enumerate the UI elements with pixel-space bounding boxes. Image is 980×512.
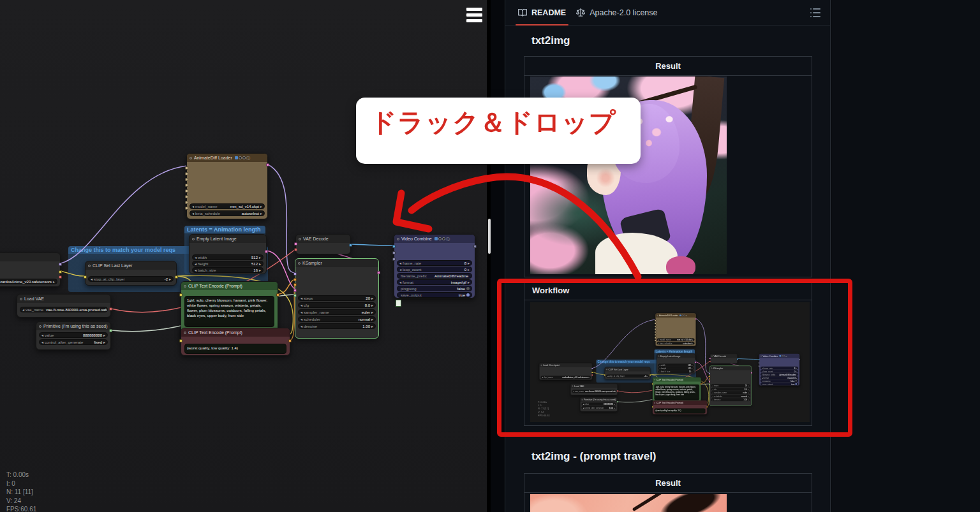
decrement-arrow-icon[interactable]: ◂: [658, 342, 660, 344]
scrollbar-thumb[interactable]: [488, 219, 491, 254]
node-primitive-seed[interactable]: Primitive (I'm using this as seed)◂value…: [580, 397, 618, 412]
input-port[interactable]: [709, 360, 711, 362]
node-collapse-dot[interactable]: [606, 369, 607, 370]
decrement-arrow-icon[interactable]: ◂: [713, 395, 714, 397]
input-port[interactable]: [652, 383, 654, 385]
input-port[interactable]: [179, 293, 182, 296]
widget-frame_rate[interactable]: ◂frame_rate8▸: [761, 367, 798, 370]
widget-stop_at_clip_layer[interactable]: ◂stop_at_clip_layer-2▸: [606, 375, 649, 378]
widget-control_after_generate[interactable]: ◂control_after_generatefixed▸: [39, 339, 108, 345]
widget-scheduler[interactable]: ◂schedulernormal▸: [711, 395, 750, 398]
increment-arrow-icon[interactable]: ▸: [748, 388, 749, 390]
decrement-arrow-icon[interactable]: ◂: [192, 212, 194, 216]
increment-arrow-icon[interactable]: ▸: [260, 205, 262, 208]
input-port[interactable]: [293, 283, 297, 286]
widget-width[interactable]: ◂width512▸: [658, 364, 694, 367]
node-load-vae[interactable]: Load VAE◂vae_namevae-ft-mse-840000-ema-p…: [570, 384, 618, 396]
increment-arrow-icon[interactable]: ▸: [692, 339, 694, 340]
node-primitive-seed[interactable]: Primitive (I'm using this as seed)◂value…: [36, 321, 111, 350]
input-port[interactable]: [293, 278, 297, 281]
input-port[interactable]: [655, 331, 657, 333]
node-vae-decode[interactable]: VAE Decode: [710, 354, 738, 364]
input-port[interactable]: [185, 195, 188, 198]
input-port[interactable]: [655, 323, 657, 325]
node-collapse-dot[interactable]: [39, 325, 41, 328]
input-port[interactable]: [293, 272, 297, 275]
widget-model_name[interactable]: ◂model_namemm_sd_v14.ckpt▸: [189, 203, 265, 209]
increment-arrow-icon[interactable]: ▸: [796, 377, 797, 379]
widget-steps[interactable]: ◂steps20▸: [711, 384, 750, 388]
widget-scheduler[interactable]: ◂schedulernormal▸: [298, 316, 376, 322]
node-clip-text-encode-negative[interactable]: CLIP Text Encode (Prompt)(worst quality,…: [181, 328, 290, 356]
increment-arrow-icon[interactable]: ▸: [259, 268, 261, 272]
decrement-arrow-icon[interactable]: ◂: [542, 376, 544, 378]
node-animatediff-loader[interactable]: AnimateDiff Loaderⓘ◂model_namemm_sd_v14.…: [186, 153, 268, 219]
output-port[interactable]: [591, 374, 593, 376]
output-port[interactable]: [109, 329, 112, 332]
workflow-image[interactable]: Change this to match your model reqsLate…: [530, 302, 810, 422]
toggle-off-icon[interactable]: [466, 287, 470, 290]
widget-batch_size[interactable]: ◂batch_size16▸: [192, 267, 264, 273]
output-port[interactable]: [349, 244, 352, 247]
input-port[interactable]: [185, 172, 188, 175]
input-port[interactable]: [185, 184, 188, 187]
increment-arrow-icon[interactable]: ▸: [371, 325, 373, 328]
increment-arrow-icon[interactable]: ▸: [468, 281, 470, 284]
increment-arrow-icon[interactable]: ▸: [588, 376, 590, 378]
node-collapse-dot[interactable]: [572, 385, 574, 386]
widget-width[interactable]: ◂width512▸: [192, 254, 264, 260]
node-collapse-dot[interactable]: [761, 355, 762, 356]
input-port[interactable]: [84, 275, 87, 279]
widget-format[interactable]: ◂formatimage/gif▸: [761, 376, 798, 379]
node-collapse-dot[interactable]: [654, 402, 655, 404]
output-port[interactable]: [288, 339, 292, 342]
decrement-arrow-icon[interactable]: ◂: [41, 340, 43, 344]
output-port[interactable]: [617, 401, 619, 403]
widget-vae_name[interactable]: ◂vae_namevae-ft-mse-840000-ema-pruned.sa…: [572, 390, 616, 393]
input-port[interactable]: [655, 340, 657, 342]
increment-arrow-icon[interactable]: ▸: [646, 375, 648, 377]
widget-model_name[interactable]: ◂model_namemm_sd_v14.ckpt▸: [657, 339, 695, 342]
tab-license[interactable]: Apache-2.0 license: [571, 0, 662, 26]
decrement-arrow-icon[interactable]: ◂: [658, 339, 660, 340]
toggle-off-icon[interactable]: [796, 380, 798, 382]
widget-ckpt_name[interactable]: ◂ckpt_namecardosAnime_v20.safetensors▸: [541, 376, 591, 379]
increment-arrow-icon[interactable]: ▸: [259, 256, 261, 260]
output-port[interactable]: [59, 275, 62, 279]
widget-vae_name[interactable]: ◂vae_namevae-ft-mse-840000-ema-pruned.sa…: [20, 307, 108, 312]
widget-loop_count[interactable]: ◂loop_count0▸: [397, 267, 472, 272]
input-port[interactable]: [293, 294, 297, 297]
widget-value[interactable]: ◂value888888888▸: [39, 332, 108, 338]
decrement-arrow-icon[interactable]: ◂: [583, 407, 584, 409]
increment-arrow-icon[interactable]: ▸: [796, 370, 797, 372]
input-port[interactable]: [294, 242, 297, 245]
widget-denoise[interactable]: ◂denoise1.00▸: [711, 399, 750, 402]
decrement-arrow-icon[interactable]: ◂: [192, 205, 194, 208]
increment-arrow-icon[interactable]: ▸: [259, 262, 261, 266]
output-port[interactable]: [695, 318, 697, 320]
node-collapse-dot[interactable]: [184, 285, 186, 288]
decrement-arrow-icon[interactable]: ◂: [22, 308, 24, 312]
increment-arrow-icon[interactable]: ▸: [371, 304, 373, 307]
increment-arrow-icon[interactable]: ▸: [692, 367, 693, 369]
increment-arrow-icon[interactable]: ▸: [692, 342, 694, 344]
node-collapse-dot[interactable]: [657, 315, 658, 316]
input-port[interactable]: [293, 289, 297, 292]
output-port[interactable]: [377, 271, 380, 274]
increment-arrow-icon[interactable]: ▸: [371, 311, 373, 314]
increment-arrow-icon[interactable]: ▸: [692, 364, 693, 366]
decrement-arrow-icon[interactable]: ◂: [41, 333, 43, 337]
toggle-on-icon[interactable]: [466, 293, 470, 296]
node-ksampler[interactable]: KSampler◂steps20▸◂cfg8.0▸◂sampler_nameeu…: [295, 258, 379, 339]
widget-loop_count[interactable]: ◂loop_count0▸: [761, 370, 798, 373]
input-port[interactable]: [392, 258, 396, 261]
widget-save_output[interactable]: save_outputtrue: [761, 383, 798, 386]
decrement-arrow-icon[interactable]: ◂: [762, 370, 763, 372]
input-port[interactable]: [604, 374, 606, 376]
node-load-vae[interactable]: Load VAE◂vae_namevae-ft-mse-840000-ema-p…: [17, 294, 111, 318]
prompt-text[interactable]: (worst quality, low quality: 1.4): [184, 344, 286, 354]
node-animatediff-loader[interactable]: AnimateDiff Loaderⓘ◂model_namemm_sd_v14.…: [655, 313, 696, 346]
input-port[interactable]: [652, 406, 654, 408]
decrement-arrow-icon[interactable]: ◂: [301, 304, 302, 307]
widget-denoise[interactable]: ◂denoise1.00▸: [298, 323, 376, 329]
